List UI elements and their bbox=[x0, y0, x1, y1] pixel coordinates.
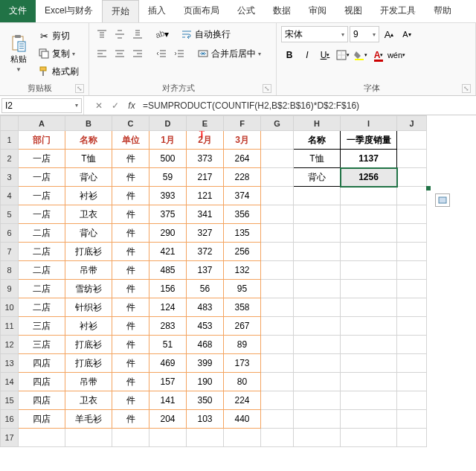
cell-F12[interactable]: 89 bbox=[224, 336, 261, 354]
cell-F9[interactable]: 95 bbox=[224, 280, 261, 298]
font-size-select[interactable]: 9▾ bbox=[350, 26, 379, 42]
cell-B4[interactable]: 衬衫 bbox=[65, 187, 112, 205]
col-header-F[interactable]: F bbox=[224, 116, 261, 131]
cell-F5[interactable]: 356 bbox=[224, 205, 261, 224]
col-header-D[interactable]: D bbox=[149, 116, 187, 131]
cell-F3[interactable]: 228 bbox=[224, 168, 261, 187]
cell-G5[interactable] bbox=[261, 205, 294, 224]
col-header-E[interactable]: E bbox=[187, 116, 224, 131]
row-header-10[interactable]: 10 bbox=[1, 298, 19, 317]
name-box[interactable]: I2▾ bbox=[1, 98, 82, 113]
copy-button[interactable]: 复制 ▾ bbox=[36, 45, 81, 62]
italic-button[interactable]: I bbox=[299, 47, 315, 63]
cell-A1[interactable]: 部门 bbox=[19, 131, 65, 150]
cell-C11[interactable]: 件 bbox=[112, 317, 149, 336]
cell-E11[interactable]: 453 bbox=[187, 317, 224, 336]
cell-E10[interactable]: 483 bbox=[187, 298, 224, 317]
cell-H5[interactable] bbox=[294, 205, 341, 224]
cell-B13[interactable]: 打底衫 bbox=[65, 354, 112, 373]
cell-E17[interactable] bbox=[187, 429, 224, 447]
cell-A2[interactable]: 一店 bbox=[19, 150, 65, 168]
row-header-13[interactable]: 13 bbox=[1, 354, 19, 373]
cell-H7[interactable] bbox=[294, 243, 341, 261]
tab-file[interactable]: 文件 bbox=[0, 0, 36, 22]
row-header-15[interactable]: 15 bbox=[1, 391, 19, 410]
tab-review[interactable]: 审阅 bbox=[300, 0, 335, 22]
tab-excel-finance[interactable]: Excel与财务 bbox=[36, 0, 102, 22]
cell-C10[interactable]: 件 bbox=[112, 298, 149, 317]
cut-button[interactable]: ✂ 剪切 bbox=[36, 28, 81, 44]
cell-G1[interactable] bbox=[261, 131, 294, 150]
cell-A7[interactable]: 二店 bbox=[19, 243, 65, 261]
cell-F1[interactable]: 3月 bbox=[224, 131, 261, 150]
cell-F8[interactable]: 132 bbox=[224, 261, 261, 280]
cell-D9[interactable]: 156 bbox=[149, 280, 187, 298]
select-all-corner[interactable] bbox=[1, 116, 19, 131]
row-header-11[interactable]: 11 bbox=[1, 317, 19, 336]
cell-F14[interactable]: 80 bbox=[224, 373, 261, 391]
cell-E14[interactable]: 190 bbox=[187, 373, 224, 391]
cell-E8[interactable]: 137 bbox=[187, 261, 224, 280]
cell-B8[interactable]: 吊带 bbox=[65, 261, 112, 280]
align-middle-button[interactable] bbox=[112, 26, 128, 42]
cell-E6[interactable]: 327 bbox=[187, 224, 224, 243]
cell-H1[interactable]: 名称 bbox=[294, 131, 341, 150]
cell-E9[interactable]: 56 bbox=[187, 280, 224, 298]
tab-help[interactable]: 帮助 bbox=[425, 0, 460, 22]
cell-F15[interactable]: 224 bbox=[224, 391, 261, 410]
cell-E15[interactable]: 350 bbox=[187, 391, 224, 410]
cell-B10[interactable]: 针织衫 bbox=[65, 298, 112, 317]
fill-color-button[interactable]: ▾ bbox=[353, 47, 369, 63]
cell-I2[interactable]: 1137 bbox=[341, 150, 397, 168]
cell-I17[interactable] bbox=[341, 429, 397, 447]
cell-E7[interactable]: 372 bbox=[187, 243, 224, 261]
cell-J8[interactable] bbox=[397, 261, 427, 280]
cell-G14[interactable] bbox=[261, 373, 294, 391]
formula-input[interactable]: =SUMPRODUCT(COUNTIF(H2,B$2:B$16)*D$2:F$1… bbox=[140, 97, 476, 114]
cell-H15[interactable] bbox=[294, 391, 341, 410]
cell-I8[interactable] bbox=[341, 261, 397, 280]
cell-H17[interactable] bbox=[294, 429, 341, 447]
cell-D10[interactable]: 124 bbox=[149, 298, 187, 317]
dialog-launcher[interactable]: ⤡ bbox=[75, 84, 84, 93]
cell-E16[interactable]: 103 bbox=[187, 410, 224, 429]
cell-B7[interactable]: 打底衫 bbox=[65, 243, 112, 261]
cell-C9[interactable]: 件 bbox=[112, 280, 149, 298]
cell-G11[interactable] bbox=[261, 317, 294, 336]
cell-G10[interactable] bbox=[261, 298, 294, 317]
cancel-button[interactable]: ✕ bbox=[91, 97, 107, 114]
cell-I3[interactable]: 1256 bbox=[341, 168, 397, 187]
cell-A10[interactable]: 二店 bbox=[19, 298, 65, 317]
cell-I5[interactable] bbox=[341, 205, 397, 224]
decrease-font-button[interactable]: A▾ bbox=[399, 26, 415, 42]
dialog-launcher[interactable]: ⤡ bbox=[263, 84, 271, 93]
cell-I6[interactable] bbox=[341, 224, 397, 243]
cell-C17[interactable] bbox=[112, 429, 149, 447]
row-header-14[interactable]: 14 bbox=[1, 373, 19, 391]
row-header-5[interactable]: 5 bbox=[1, 205, 19, 224]
cell-A6[interactable]: 二店 bbox=[19, 224, 65, 243]
row-header-3[interactable]: 3 bbox=[1, 168, 19, 187]
align-bottom-button[interactable] bbox=[129, 26, 146, 42]
cell-C14[interactable]: 件 bbox=[112, 373, 149, 391]
cell-A4[interactable]: 一店 bbox=[19, 187, 65, 205]
cell-H9[interactable] bbox=[294, 280, 341, 298]
cell-C15[interactable]: 件 bbox=[112, 391, 149, 410]
cell-A15[interactable]: 四店 bbox=[19, 391, 65, 410]
paste-button[interactable]: 粘贴 ▼ bbox=[4, 26, 33, 81]
row-header-2[interactable]: 2 bbox=[1, 150, 19, 168]
cell-D11[interactable]: 283 bbox=[149, 317, 187, 336]
phonetic-button[interactable]: wén▾ bbox=[388, 47, 405, 63]
cell-H16[interactable] bbox=[294, 410, 341, 429]
cell-A3[interactable]: 一店 bbox=[19, 168, 65, 187]
cell-H10[interactable] bbox=[294, 298, 341, 317]
increase-font-button[interactable]: A▴ bbox=[381, 26, 397, 42]
cell-J13[interactable] bbox=[397, 354, 427, 373]
cell-C4[interactable]: 件 bbox=[112, 187, 149, 205]
cell-D3[interactable]: 59 bbox=[149, 168, 187, 187]
cell-H2[interactable]: T恤 bbox=[294, 150, 341, 168]
cell-H4[interactable] bbox=[294, 187, 341, 205]
cell-F16[interactable]: 440 bbox=[224, 410, 261, 429]
row-header-12[interactable]: 12 bbox=[1, 336, 19, 354]
cell-B1[interactable]: 名称 bbox=[65, 131, 112, 150]
